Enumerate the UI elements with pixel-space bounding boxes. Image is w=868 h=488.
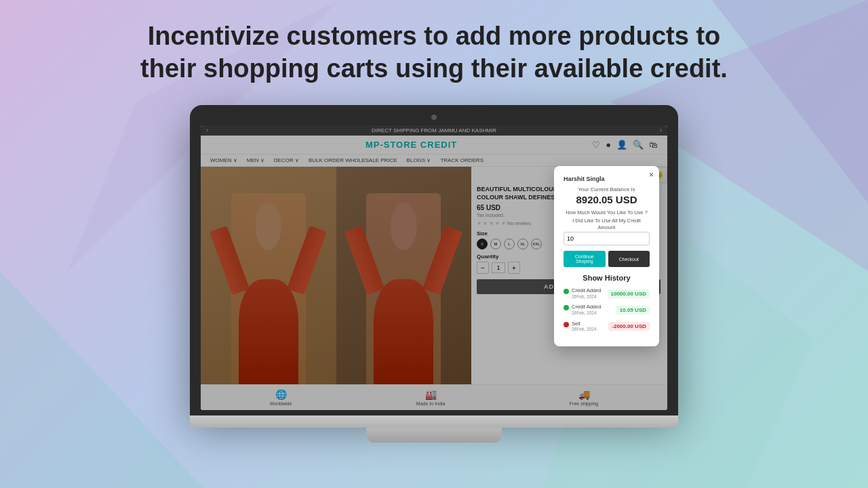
history-title: Show History [564, 274, 650, 282]
laptop-body: ‹ DIRECT SHIPPING FROM JAMMU AND KASHMIR… [190, 105, 678, 415]
history-label-1: Credit Added 26Feb, 2024 [572, 287, 601, 300]
modal-balance-amount: 8920.05 USD [564, 194, 650, 205]
history-item-2: Credit Added 26Feb, 2024 10.05 USD [564, 304, 650, 316]
laptop-screen: ‹ DIRECT SHIPPING FROM JAMMU AND KASHMIR… [201, 125, 667, 410]
history-label-3: Sell 26Feb, 2024 [572, 321, 597, 333]
modal-question: How Much Would You Like To Use ? [564, 209, 650, 216]
history-info-1: Credit Added 26Feb, 2024 [564, 287, 601, 300]
modal-close-button[interactable]: × [649, 170, 654, 180]
laptop-stand [366, 428, 502, 443]
history-dot-1 [564, 289, 569, 294]
modal-action-buttons: Continue Shoping Checkout [564, 251, 650, 267]
modal-overlay: × Harshit Singla Your Current Balance Is… [201, 125, 667, 410]
history-label-2: Credit Added 26Feb, 2024 [572, 304, 601, 316]
history-amount-2: 10.05 USD [616, 306, 650, 314]
history-amount-1: 10000.00 USD [608, 289, 650, 298]
history-info-3: Sell 26Feb, 2024 [564, 321, 597, 333]
history-item-3: Sell 26Feb, 2024 -2000.00 USD [564, 321, 650, 333]
laptop-mockup: ‹ DIRECT SHIPPING FROM JAMMU AND KASHMIR… [190, 105, 678, 443]
svg-marker-2 [0, 271, 203, 488]
laptop-base [190, 415, 678, 428]
credit-amount-input[interactable] [564, 232, 650, 245]
credit-modal: × Harshit Singla Your Current Balance Is… [554, 166, 659, 346]
modal-username: Harshit Singla [564, 176, 650, 182]
headline: Incentivize customers to add more produc… [0, 20, 868, 85]
store-website: ‹ DIRECT SHIPPING FROM JAMMU AND KASHMIR… [201, 125, 667, 410]
laptop-camera [431, 115, 437, 120]
continue-shopping-button[interactable]: Continue Shoping [564, 251, 606, 267]
modal-subtext: I Did Like To Use All My Credit Amount [564, 218, 650, 231]
history-info-2: Credit Added 26Feb, 2024 [564, 304, 601, 316]
history-item-1: Credit Added 26Feb, 2024 10000.00 USD [564, 287, 650, 300]
history-amount-3: -2000.00 USD [608, 322, 650, 331]
modal-balance-label: Your Current Balance Is [564, 186, 650, 192]
history-dot-2 [564, 305, 569, 310]
headline-text: Incentivize customers to add more produc… [68, 20, 800, 85]
checkout-button[interactable]: Checkout [608, 251, 650, 267]
history-dot-3 [564, 322, 569, 327]
